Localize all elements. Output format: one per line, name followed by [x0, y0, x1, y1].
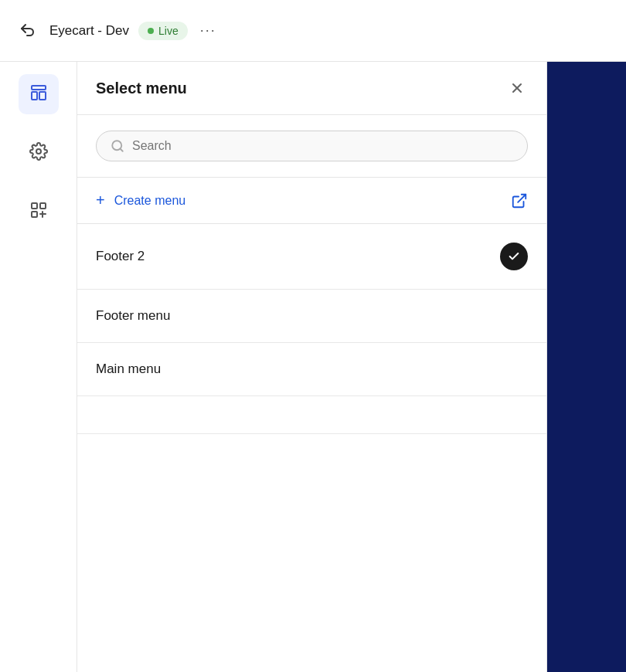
create-menu-button[interactable]: + Create menu	[96, 192, 185, 209]
main-layout: Select menu	[0, 62, 626, 672]
grid-plus-icon	[29, 201, 48, 222]
sidebar-item-widgets[interactable]	[19, 192, 59, 232]
create-menu-row: + Create menu	[77, 178, 546, 224]
svg-line-13	[518, 194, 526, 202]
selected-check-badge	[500, 243, 528, 270]
live-label: Live	[158, 25, 179, 37]
search-icon	[111, 139, 124, 153]
svg-point-3	[36, 149, 41, 154]
search-input[interactable]	[132, 139, 513, 153]
svg-rect-6	[32, 212, 37, 217]
menu-item-label: Footer menu	[96, 308, 170, 324]
back-button[interactable]	[15, 19, 40, 43]
top-bar: Eyecart - Dev Live ···	[0, 0, 626, 62]
search-input-wrapper[interactable]	[96, 131, 528, 161]
create-menu-label: Create menu	[114, 194, 186, 208]
layout-icon	[29, 83, 48, 105]
menu-item-main-menu[interactable]: Main menu	[77, 343, 546, 396]
right-preview-panel	[547, 62, 626, 672]
plus-icon: +	[96, 192, 105, 209]
sidebar-item-layout[interactable]	[19, 74, 59, 114]
menu-item-label: Footer 2	[96, 249, 145, 264]
sidebar-item-settings[interactable]	[19, 133, 59, 173]
sidebar	[0, 62, 77, 672]
menu-item-footer2[interactable]: Footer 2	[77, 224, 546, 290]
gear-icon	[29, 142, 48, 164]
live-dot	[148, 28, 154, 34]
live-badge: Live	[138, 22, 188, 40]
svg-rect-0	[32, 86, 46, 90]
svg-rect-1	[32, 92, 37, 100]
select-menu-panel: Select menu	[77, 62, 547, 672]
panel-header: Select menu	[77, 62, 546, 115]
app-title: Eyecart - Dev	[49, 23, 129, 39]
menu-item-empty[interactable]	[77, 396, 546, 434]
svg-line-12	[120, 148, 122, 151]
svg-rect-2	[39, 92, 46, 100]
panel-title: Select menu	[96, 80, 187, 97]
svg-rect-5	[40, 203, 46, 209]
svg-rect-4	[32, 203, 37, 209]
close-button[interactable]	[506, 77, 528, 99]
search-section	[77, 115, 546, 178]
more-options-button[interactable]: ···	[200, 22, 216, 39]
menu-list: Footer 2 Footer menu Main menu	[77, 224, 546, 672]
menu-item-footer-menu[interactable]: Footer menu	[77, 290, 546, 343]
menu-item-label: Main menu	[96, 361, 161, 377]
external-link-button[interactable]	[511, 192, 528, 209]
